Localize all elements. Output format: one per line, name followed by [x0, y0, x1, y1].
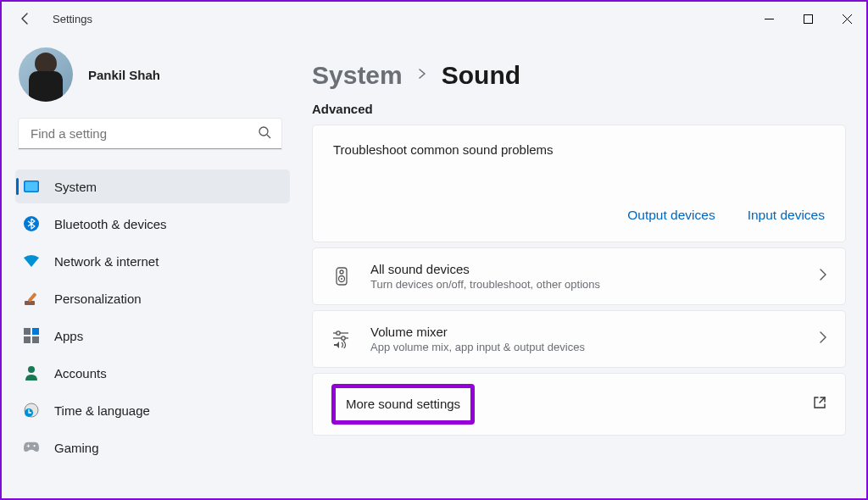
more-sound-settings-item[interactable]: More sound settings: [312, 373, 846, 436]
window-title: Settings: [53, 13, 92, 25]
output-devices-link[interactable]: Output devices: [627, 208, 715, 223]
list-item-subtitle: Turn devices on/off, troubleshoot, other…: [370, 278, 801, 291]
search-input[interactable]: [19, 119, 281, 149]
sidebar-nav: System Bluetooth & devices Network & int…: [15, 169, 290, 464]
bluetooth-icon: [24, 216, 39, 231]
svg-point-4: [259, 127, 268, 136]
breadcrumb-current: Sound: [442, 61, 520, 90]
chevron-right-icon: [820, 269, 826, 284]
svg-point-18: [34, 445, 36, 447]
input-devices-link[interactable]: Input devices: [748, 208, 825, 223]
sidebar-item-network[interactable]: Network & internet: [15, 244, 290, 278]
sidebar-item-personalization[interactable]: Personalization: [15, 281, 290, 315]
svg-rect-11: [24, 328, 31, 335]
section-title: Advanced: [312, 102, 846, 116]
close-icon: [843, 14, 852, 24]
arrow-left-icon: [19, 12, 32, 25]
svg-rect-12: [32, 328, 39, 335]
svg-point-25: [341, 278, 342, 280]
svg-point-23: [340, 270, 343, 274]
sidebar-item-apps[interactable]: Apps: [15, 319, 290, 353]
back-button[interactable]: [19, 12, 32, 25]
profile-name: Pankil Shah: [88, 68, 160, 82]
sidebar-item-label: Bluetooth & devices: [54, 217, 167, 231]
svg-point-29: [342, 336, 345, 340]
sidebar-item-label: Network & internet: [54, 254, 159, 269]
troubleshoot-title: Troubleshoot common sound problems: [333, 142, 825, 157]
sidebar-item-label: Personalization: [54, 292, 142, 306]
svg-line-5: [267, 135, 270, 138]
popout-icon: [813, 396, 826, 413]
minimize-button[interactable]: [749, 4, 788, 33]
personalization-icon: [24, 291, 39, 306]
sidebar-item-bluetooth[interactable]: Bluetooth & devices: [15, 207, 290, 241]
speaker-icon: [331, 267, 352, 286]
window-controls: [749, 4, 866, 33]
avatar: [19, 47, 73, 102]
volume-mixer-item[interactable]: Volume mixer App volume mix, app input &…: [312, 310, 846, 368]
list-item-subtitle: App volume mix, app input & output devic…: [370, 341, 801, 353]
sidebar-item-time-language[interactable]: Time & language: [15, 393, 290, 427]
sidebar-item-label: Gaming: [54, 441, 99, 455]
minimize-icon: [765, 14, 774, 24]
sidebar: Pankil Shah System Bluetooth & devices N…: [2, 36, 298, 498]
troubleshoot-card: Troubleshoot common sound problems Outpu…: [312, 125, 846, 242]
sidebar-item-label: System: [54, 180, 97, 194]
time-icon: [24, 403, 39, 418]
all-sound-devices-item[interactable]: All sound devices Turn devices on/off, t…: [312, 247, 846, 305]
svg-point-15: [28, 366, 35, 373]
titlebar: Settings: [2, 2, 866, 36]
svg-point-27: [337, 331, 340, 335]
close-button[interactable]: [827, 4, 866, 33]
list-item-title: Volume mixer: [370, 325, 801, 339]
svg-rect-1: [804, 14, 812, 23]
svg-rect-14: [32, 336, 39, 343]
sidebar-item-label: Accounts: [54, 366, 107, 381]
accounts-icon: [24, 365, 39, 381]
search-icon: [258, 125, 271, 142]
system-icon: [24, 179, 39, 194]
list-item-title: All sound devices: [370, 262, 801, 276]
svg-line-30: [820, 397, 825, 403]
highlight-annotation: More sound settings: [331, 384, 475, 425]
breadcrumb-parent[interactable]: System: [312, 61, 403, 90]
search-field-container: [19, 119, 281, 149]
chevron-right-icon: [820, 331, 826, 347]
profile-section[interactable]: Pankil Shah: [19, 47, 290, 102]
sidebar-item-accounts[interactable]: Accounts: [15, 356, 290, 390]
network-icon: [24, 253, 39, 269]
svg-rect-21: [28, 444, 29, 447]
maximize-icon: [804, 14, 813, 24]
apps-icon: [24, 328, 39, 343]
volume-mixer-icon: [331, 330, 352, 348]
svg-rect-7: [25, 182, 38, 192]
svg-rect-13: [24, 336, 31, 343]
sidebar-item-gaming[interactable]: Gaming: [15, 431, 290, 464]
breadcrumb: System Sound: [312, 61, 846, 90]
sidebar-item-label: Apps: [54, 329, 83, 343]
chevron-right-icon: [418, 67, 426, 84]
gaming-icon: [24, 440, 39, 455]
sidebar-item-system[interactable]: System: [15, 169, 290, 203]
list-item-title: More sound settings: [346, 397, 460, 411]
content-area: System Sound Advanced Troubleshoot commo…: [298, 36, 866, 498]
maximize-button[interactable]: [788, 4, 827, 33]
sidebar-item-label: Time & language: [54, 403, 150, 418]
